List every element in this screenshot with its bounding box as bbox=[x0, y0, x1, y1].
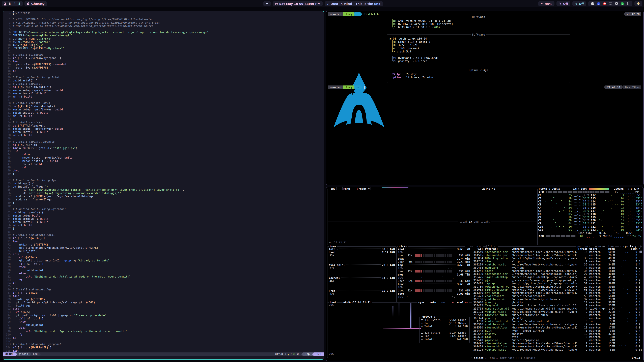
process-row[interactable]: 360442nvimnvim --embed bin/hpu1maarten38… bbox=[472, 329, 642, 332]
mem-row-Used: Used:7.12 GiB bbox=[329, 251, 395, 254]
line-number: 33 bbox=[3, 117, 13, 121]
line-text: paru -Syu ${AURDEPS} bbox=[13, 66, 48, 69]
process-row[interactable]: 361549steamwebhelper/home/maarten/.local… bbox=[472, 250, 642, 254]
line-text: meson install -C build bbox=[13, 130, 48, 134]
line-text: then bbox=[13, 240, 19, 243]
line-number: 49 bbox=[3, 169, 13, 172]
youtube-music-tray-icon[interactable] bbox=[603, 2, 606, 5]
line-number: 74 bbox=[3, 249, 13, 253]
editor-line: 92else bbox=[3, 307, 324, 310]
process-row[interactable]: 360316youtube-music/opt/YouTube Music/yo… bbox=[472, 323, 642, 326]
line-number: 21 bbox=[3, 79, 13, 82]
workspace-3[interactable]: 3 bbox=[9, 1, 11, 6]
process-row[interactable]: 360239youtube-music/opt/YouTube Music/yo… bbox=[472, 263, 642, 266]
process-row[interactable]: 361498steamwebhelper/home/maarten/.local… bbox=[472, 342, 642, 345]
line-text: for a in $(ls | grep -Ev "astal|gir.py") bbox=[13, 146, 77, 150]
net-graph-baseline bbox=[383, 328, 421, 329]
shell-prompt-2[interactable]: maarten lucy ~ bbox=[328, 85, 365, 89]
process-row[interactable]: 361389srt-bwrap/home/maarten/.local/shar… bbox=[472, 291, 642, 295]
zapzap-tray-icon[interactable] bbox=[620, 2, 624, 5]
line-number: 100 bbox=[3, 333, 13, 336]
kdeconnect-tray-icon[interactable] bbox=[597, 2, 600, 5]
gpu-divider-label[interactable]: total ▲▼ gpu-totals bbox=[458, 220, 491, 223]
command-line[interactable] bbox=[3, 356, 324, 359]
app-title-pill[interactable]: Ghostty bbox=[24, 1, 47, 6]
volume-pill[interactable]: 40% bbox=[538, 1, 554, 6]
process-row[interactable]: 361241steam/home/maarten/.local/share/St… bbox=[472, 269, 642, 273]
clock-pill[interactable]: Sat May 10 09:43:49 PM bbox=[272, 1, 323, 6]
process-row[interactable]: 360004QtWebEngineProc/usr/lib/qt6/QtWebE… bbox=[472, 257, 642, 260]
line-text: git clone https://github.com/aylur/ags.g… bbox=[13, 301, 95, 304]
editor-buffer[interactable]: 1#!/bin/bash12# ASTAL PKGBUILD: https://… bbox=[3, 11, 324, 352]
net-graph-column bbox=[396, 321, 398, 328]
git-branch-icon bbox=[19, 353, 21, 356]
core-column-divider bbox=[590, 194, 590, 231]
line-text: fi bbox=[13, 333, 22, 336]
mixer-tray-icon[interactable] bbox=[626, 2, 630, 5]
workspace-4[interactable]: 4 bbox=[14, 1, 16, 6]
btop-uptime: up 12:25:21 bbox=[329, 241, 347, 244]
process-row[interactable]: 360698btopbtop3maarten37M⠀⠀⠀⠀⠀⠀⠀⠀⠀0.4 bbox=[472, 336, 642, 339]
terminal-window-btop[interactable]: ¹cpumenupreset * 21:43:49 BAT○ 100% - 20… bbox=[326, 187, 644, 361]
process-row[interactable]: 360156youtube-music/opt/YouTube Music/yo… bbox=[472, 298, 642, 301]
process-row[interactable]: 360542ghosttyghostty10maarten322M⠀⠀⠀⠀⠀⠀⠐… bbox=[472, 332, 642, 336]
process-row[interactable]: 292543pipewire-pulse/usr/bin/pipewire-pu… bbox=[472, 313, 642, 317]
line-text: else bbox=[13, 327, 26, 330]
line-text: rm -rf build bbox=[13, 95, 32, 98]
line-text: # AGS PKGBUILD: https://aur.archlinux.or… bbox=[13, 21, 160, 24]
shield-tray-icon[interactable] bbox=[615, 2, 618, 5]
process-row[interactable]: 359473coolercontrol/usr/bin/coolercontro… bbox=[472, 295, 642, 298]
workspace-2[interactable]: 2 bbox=[4, 1, 6, 6]
core-row: C16⠀⠀⠀⠀⠀⠀⠀⠄⠀⠀⠀⠂⠀⠀1%⢀⣀⠄⣀⢀⣀35°C bbox=[591, 206, 642, 209]
proc-scrollbar[interactable] bbox=[640, 251, 642, 253]
process-row[interactable]: 360033signal-desktop/proc/self/exe --typ… bbox=[472, 288, 642, 292]
media-pill[interactable]: ♪ Dust in Mind - This Is the End bbox=[325, 1, 383, 6]
process-row[interactable]: 361758slurpslurp -d1maarten55M⠀⠀⠀⠈⠈⠀⠀⠀⠀3… bbox=[472, 260, 642, 263]
workspace-5[interactable]: 5 bbox=[18, 1, 20, 6]
core-row: C2⠐⠀⠁⠈⠀⠠⠀⠀⠈⠀⠀⠀⠀⠀4%⢀⣀⠄⣀⢀⣀35°C bbox=[538, 200, 590, 203]
uptime-box: Uptime / Age OS Age : 29 daysUptime : 12… bbox=[387, 70, 570, 83]
process-row[interactable]: 1700coolercontrold/usr/bin/coolercontrol… bbox=[472, 320, 642, 323]
settings-pill[interactable]: ⚙ bbox=[634, 1, 642, 6]
line-text: then bbox=[13, 60, 19, 63]
line-number: 18 bbox=[3, 69, 13, 72]
core-row: C0⠀⠐⠀⠀⠀⠀⠀⠈⠂⠀⠠⠄⠀⠀2%⢀⣀⠄⣀⢀⣀35°C bbox=[538, 194, 590, 197]
process-row[interactable]: 359492zapzap/usr/bin/python /usr/bin/zap… bbox=[472, 282, 642, 285]
process-row[interactable]: 360193youtube-music/opt/YouTube Music/yo… bbox=[472, 310, 642, 313]
line-text: build_hyprpanel() { bbox=[13, 211, 44, 214]
process-row[interactable]: 360374ghosttyghostty10maarten340M⠀⠀⠈⠀⠀⠠⠀… bbox=[472, 317, 642, 320]
core-row: C7⠁⠀⠀⠂⠄⠐⠀⠐⠂⠀⠀⠀⠀⠁1%⢀⣀⠄⣀⢀⣀33°C bbox=[538, 216, 590, 219]
process-row[interactable]: 361490steamwebhelper./steamwebhelper -no… bbox=[472, 273, 642, 276]
editor-line: 35cd ${ASTAL}/lang/gjs bbox=[3, 124, 324, 127]
mic-pill[interactable]: Off bbox=[556, 1, 570, 6]
process-row[interactable]: 359475signal-desktop/usr/bin/signal-desk… bbox=[472, 276, 642, 279]
net-controls[interactable]: sync auto zero ←b eno1 n→ bbox=[417, 301, 469, 304]
line-number: 20 bbox=[3, 76, 13, 79]
encoding: utf-8 bbox=[274, 353, 284, 356]
process-row[interactable]: 292540pipewire/usr/bin/pipewire3maarten2… bbox=[472, 339, 642, 342]
process-row[interactable]: 359485XwaylandXwayland :0 -rootless -cor… bbox=[472, 304, 642, 307]
workspaces[interactable]: 2345 bbox=[2, 1, 23, 6]
software-item: └▢: ghostty 1.1.3-arch1 bbox=[392, 59, 429, 63]
line-number: 13 bbox=[3, 53, 13, 56]
terminal-window-fastfetch[interactable]: maarten lucy ~ fastfetch 21:42:28 Hardwa… bbox=[326, 11, 644, 185]
process-row[interactable]: 359789QtWebEngineProc/usr/lib/qt6/QtWebE… bbox=[472, 285, 642, 288]
bluetooth-pill[interactable]: Off bbox=[572, 1, 586, 6]
terminal-window-editor[interactable]: 1#!/bin/bash12# ASTAL PKGBUILD: https://… bbox=[3, 11, 324, 360]
display-tray-icon[interactable] bbox=[609, 2, 612, 5]
process-row[interactable]: 360198youtube-music/opt/YouTube Music/yo… bbox=[472, 348, 642, 351]
line-text: # Install libastal-gtk3 bbox=[13, 101, 50, 105]
process-row[interactable]: 359465gjsgjs -m /usr/share/hyprpanel/hyp… bbox=[472, 279, 642, 282]
process-row[interactable]: 361515steamwebhelper/home/maarten/.local… bbox=[472, 254, 642, 257]
process-row[interactable]: 256708qemu-system-x86/usr/bin/qemu-syste… bbox=[472, 307, 642, 310]
net-graph-column bbox=[398, 303, 400, 328]
process-row[interactable]: 361530steamwebhelper/home/maarten/.local… bbox=[472, 326, 642, 329]
process-row[interactable]: 360626ghosttyghostty10maarten308M⠁⠀⠀⠀⠄⠀⠀… bbox=[472, 301, 642, 304]
proc-footer[interactable]: select ↓ info ↵ terminate kill signals bbox=[473, 356, 536, 360]
steam-tray-icon[interactable] bbox=[591, 2, 594, 5]
git-branch[interactable]: main bbox=[17, 353, 30, 356]
process-row[interactable]: 361499steamwebhelper/home/maarten/.local… bbox=[472, 345, 642, 348]
process-row[interactable]: 359434HyprlandHyprland7maarten353M⠀⠀⠈⠁⠀⠀… bbox=[472, 266, 642, 269]
notification-pill[interactable] bbox=[263, 1, 270, 6]
editor-line: 48 cd .. bbox=[3, 166, 324, 169]
